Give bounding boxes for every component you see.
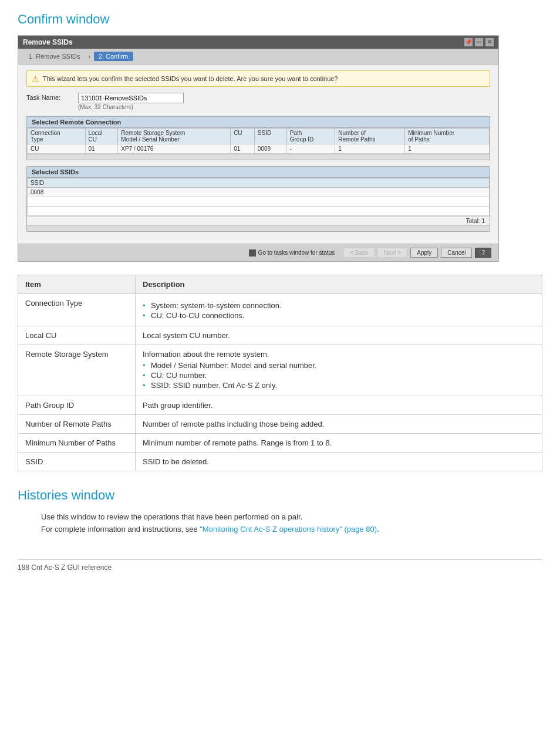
- histories-body: Use this window to review the operations…: [41, 511, 542, 536]
- remote-storage-intro: Information about the remote system.: [143, 350, 269, 359]
- table-row: CU 01 XP7 / 00176 01 0009 - 1 1: [28, 144, 490, 154]
- col-cu: CU: [231, 129, 255, 144]
- cell-ssid-val: 0008: [28, 188, 490, 197]
- table-row: Local CU Local system CU number.: [18, 326, 542, 345]
- warning-bar: ⚠ This wizard lets you confirm the selec…: [26, 70, 490, 87]
- histories-link-prefix: For complete information and instruction…: [41, 525, 200, 534]
- desc-local-cu: Local system CU number.: [136, 326, 542, 345]
- desc-remote-storage: Information about the remote system. Mod…: [136, 345, 542, 396]
- list-item: System: system-to-system connection.: [143, 301, 535, 310]
- total-label: Total: 1: [27, 216, 490, 225]
- cell-remote-storage: XP7 / 00176: [118, 144, 231, 154]
- wizard-arrow: ›: [88, 53, 90, 60]
- item-remote-storage: Remote Storage System: [18, 345, 136, 396]
- table-row: Connection Type System: system-to-system…: [18, 294, 542, 326]
- task-name-field: (Max. 32 Characters): [78, 93, 184, 110]
- item-connection-type: Connection Type: [18, 294, 136, 326]
- desc-connection-type: System: system-to-system connection. CU:…: [136, 294, 542, 326]
- col-path-group: PathGroup ID: [286, 129, 335, 144]
- table-row: Number of Remote Paths Number of remote …: [18, 415, 542, 434]
- cell-empty2: [28, 207, 490, 216]
- remote-storage-list: Model / Serial Number: Model and serial …: [143, 361, 535, 390]
- ssids-table: SSID 0008: [27, 178, 490, 216]
- cell-ssid: 0009: [254, 144, 286, 154]
- goto-tasks-checkbox[interactable]: [249, 249, 256, 256]
- table-row: Path Group ID Path group identifier.: [18, 396, 542, 415]
- task-name-row: Task Name: (Max. 32 Characters): [26, 93, 490, 110]
- histories-link-row: For complete information and instruction…: [41, 524, 542, 536]
- col-remote-storage: Remote Storage SystemModel / Serial Numb…: [118, 129, 231, 144]
- page-footer-text: 188 Cnt Ac-S Z GUI reference: [18, 563, 112, 572]
- desc-ssid: SSID to be deleted.: [136, 453, 542, 471]
- window-body: ⚠ This wizard lets you confirm the selec…: [18, 65, 498, 244]
- pin-icon[interactable]: 📌: [464, 38, 473, 46]
- page-footer: 188 Cnt Ac-S Z GUI reference: [18, 559, 542, 572]
- col-description-header: Description: [136, 275, 542, 294]
- item-min-num-paths: Minimum Number of Paths: [18, 434, 136, 453]
- remote-connection-header: Selected Remote Connection: [27, 117, 490, 128]
- selected-ssids-panel: Selected SSIDs SSID 0008: [26, 166, 490, 232]
- col-num-remote-paths: Number ofRemote Paths: [335, 129, 405, 144]
- cell-num-paths: 1: [335, 144, 405, 154]
- help-button[interactable]: ?: [475, 248, 491, 258]
- list-item: CU: CU-to-CU connections.: [143, 311, 535, 320]
- item-local-cu: Local CU: [18, 326, 136, 345]
- list-item: SSID: SSID number. Cnt Ac-S Z only.: [143, 381, 535, 390]
- back-button[interactable]: < Back: [343, 248, 375, 258]
- close-icon[interactable]: ✕: [485, 38, 494, 46]
- table-row: SSID SSID to be deleted.: [18, 453, 542, 471]
- goto-tasks-label: Go to tasks window for status: [258, 249, 335, 256]
- table-row: [28, 207, 490, 216]
- task-name-hint: (Max. 32 Characters): [78, 104, 184, 110]
- task-name-input[interactable]: [78, 93, 184, 103]
- minimize-icon[interactable]: —: [475, 38, 483, 46]
- remove-ssids-window: Remove SSIDs 📌 — ✕ 1. Remove SSIDs › 2. …: [18, 35, 499, 262]
- item-ssid: SSID: [18, 453, 136, 471]
- window-controls[interactable]: 📌 — ✕: [464, 38, 494, 46]
- tab-confirm[interactable]: 2. Confirm: [94, 52, 133, 61]
- remote-table-scrollbar[interactable]: [27, 154, 490, 160]
- col-local-cu: LocalCU: [85, 129, 118, 144]
- wizard-tabs: 1. Remove SSIDs › 2. Confirm: [18, 49, 498, 65]
- col-ssid: SSID: [254, 129, 286, 144]
- table-row: [28, 197, 490, 207]
- col-item-header: Item: [18, 275, 136, 294]
- goto-tasks-container: Go to tasks window for status: [249, 249, 335, 256]
- col-min-paths: Minimum Numberof Paths: [405, 129, 490, 144]
- tab-remove-ssids[interactable]: 1. Remove SSIDs: [24, 52, 85, 61]
- window-titlebar: Remove SSIDs 📌 — ✕: [18, 36, 498, 49]
- histories-body-text: Use this window to review the operations…: [41, 511, 542, 524]
- table-row: Remote Storage System Information about …: [18, 345, 542, 396]
- desc-min-num-paths: Minimum number of remote paths. Range is…: [136, 434, 542, 453]
- description-table: Item Description Connection Type System:…: [18, 275, 542, 471]
- table-row: 0008: [28, 188, 490, 197]
- remote-connection-table: ConnectionType LocalCU Remote Storage Sy…: [27, 128, 490, 154]
- cell-empty: [28, 197, 490, 207]
- apply-button[interactable]: Apply: [410, 248, 438, 258]
- item-path-group-id: Path Group ID: [18, 396, 136, 415]
- desc-path-group-id: Path group identifier.: [136, 396, 542, 415]
- ssids-table-scrollbar[interactable]: [27, 225, 490, 231]
- histories-section: Histories window Use this window to revi…: [18, 488, 542, 536]
- list-item: Model / Serial Number: Model and serial …: [143, 361, 535, 370]
- cell-min-paths: 1: [405, 144, 490, 154]
- warning-message: This wizard lets you confirm the selecte…: [43, 75, 338, 82]
- histories-link[interactable]: "Monitoring Cnt Ac-S Z operations histor…: [200, 525, 377, 534]
- table-row: Minimum Number of Paths Minimum number o…: [18, 434, 542, 453]
- cell-conn-type: CU: [28, 144, 86, 154]
- selected-remote-connection-panel: Selected Remote Connection ConnectionTyp…: [26, 116, 490, 160]
- cell-path-group: -: [286, 144, 335, 154]
- window-footer: Go to tasks window for status < Back Nex…: [18, 244, 498, 261]
- confirm-window-heading: Confirm window: [18, 12, 542, 27]
- desc-num-remote-paths: Number of remote paths including those b…: [136, 415, 542, 434]
- next-button[interactable]: Next >: [377, 248, 407, 258]
- task-name-label: Task Name:: [26, 93, 73, 101]
- list-item: CU: CU number.: [143, 371, 535, 380]
- connection-type-list: System: system-to-system connection. CU:…: [143, 301, 535, 320]
- window-title: Remove SSIDs: [23, 38, 73, 46]
- ssids-header: Selected SSIDs: [27, 167, 490, 178]
- cell-local-cu: 01: [85, 144, 118, 154]
- item-num-remote-paths: Number of Remote Paths: [18, 415, 136, 434]
- cell-cu: 01: [231, 144, 255, 154]
- cancel-button[interactable]: Cancel: [441, 248, 472, 258]
